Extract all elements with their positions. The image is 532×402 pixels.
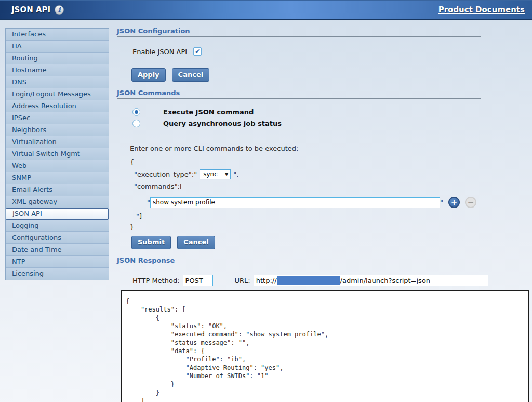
commands-suffix: "] [136,211,532,222]
code-open-brace: { [130,157,532,167]
json-response-output[interactable]: { "results": [ { "status": "OK", "execut… [121,290,529,402]
submit-button[interactable]: Submit [131,236,171,249]
sidebar-item-ntp[interactable]: NTP [6,256,109,268]
http-method-label: HTTP Method: [132,277,180,284]
product-documents-link[interactable]: Product Documents [438,5,525,15]
sidebar-item-configurations[interactable]: Configurations [6,232,109,244]
remove-command-button[interactable]: − [465,197,476,208]
commands-prefix: "commands":[ [134,181,532,192]
sidebar-item-ipsec[interactable]: IPSec [6,112,109,124]
enable-json-api-checkbox[interactable] [193,47,202,56]
json-configuration-title: JSON Configuration [117,27,190,35]
sidebar-item-date-and-time[interactable]: Date and Time [6,244,109,256]
sidebar: InterfacesHARoutingHostnameDNSLogin/Logo… [5,28,109,280]
execution-type-prefix: "execution_type":" [134,171,197,178]
sidebar-item-dns[interactable]: DNS [6,76,109,88]
execution-type-select[interactable]: sync ▼ [200,169,231,179]
json-configuration-header: JSON Configuration [117,27,481,37]
code-close-brace: } [130,222,532,232]
json-commands-title: JSON Commands [117,89,180,97]
url-input[interactable]: http:// /admin/launch?script=json [254,275,488,286]
radio-query[interactable] [132,120,140,127]
sidebar-item-routing[interactable]: Routing [6,53,109,64]
sidebar-item-snmp[interactable]: SNMP [6,172,109,184]
sidebar-item-logging[interactable]: Logging [6,220,109,232]
sidebar-item-virtualization[interactable]: Virtualization [6,136,109,148]
http-method-input[interactable] [183,275,213,286]
command-builder: { "execution_type":" sync ▼ ", "commands… [130,157,532,232]
url-prefix: http:// [256,277,277,284]
add-command-button[interactable]: + [448,197,460,208]
sidebar-item-licensing[interactable]: Licensing [6,268,109,280]
json-response-title: JSON Response [117,256,175,264]
radio-query-label: Query asynchronous job status [163,120,282,127]
sidebar-item-ha[interactable]: HA [6,41,109,53]
config-cancel-button[interactable]: Cancel [172,68,210,82]
cli-command-input[interactable] [150,197,440,208]
json-response-header: JSON Response [117,256,481,266]
sidebar-item-address-resolution[interactable]: Address Resolution [6,100,109,112]
sidebar-item-email-alerts[interactable]: Email Alerts [6,184,109,196]
execution-type-value: sync [203,171,218,178]
top-bar: JSON API i Product Documents [0,0,532,20]
sidebar-item-json-api[interactable]: JSON API [6,208,109,220]
execution-type-suffix: ", [233,171,238,178]
apply-button[interactable]: Apply [131,68,166,82]
commands-cancel-button[interactable]: Cancel [177,236,215,249]
page-title: JSON API [11,5,50,15]
main-content: JSON Configuration Enable JSON API Apply… [109,20,532,402]
info-icon[interactable]: i [55,5,64,15]
command-close-quote: " [440,199,443,206]
chevron-down-icon: ▼ [225,172,228,177]
enable-json-api-label: Enable JSON API [132,48,187,56]
sidebar-item-web[interactable]: Web [6,160,109,172]
radio-execute[interactable] [132,108,140,116]
url-label: URL: [235,277,250,284]
sidebar-item-login-logout-messages[interactable]: Login/Logout Messages [6,88,109,100]
sidebar-item-interfaces[interactable]: Interfaces [6,29,109,41]
sidebar-item-hostname[interactable]: Hostname [6,64,109,76]
json-commands-header: JSON Commands [117,89,481,99]
url-suffix: /admin/launch?script=json [340,277,431,284]
url-host-redaction [277,276,340,285]
sidebar-item-virtual-switch-mgmt[interactable]: Virtual Switch Mgmt [6,148,109,160]
sidebar-item-neighbors[interactable]: Neighbors [6,124,109,136]
cli-instructions: Enter one or more CLI commands to be exe… [130,145,532,152]
radio-execute-label: Execute JSON command [163,108,254,116]
sidebar-item-xml-gateway[interactable]: XML gateway [6,196,109,208]
